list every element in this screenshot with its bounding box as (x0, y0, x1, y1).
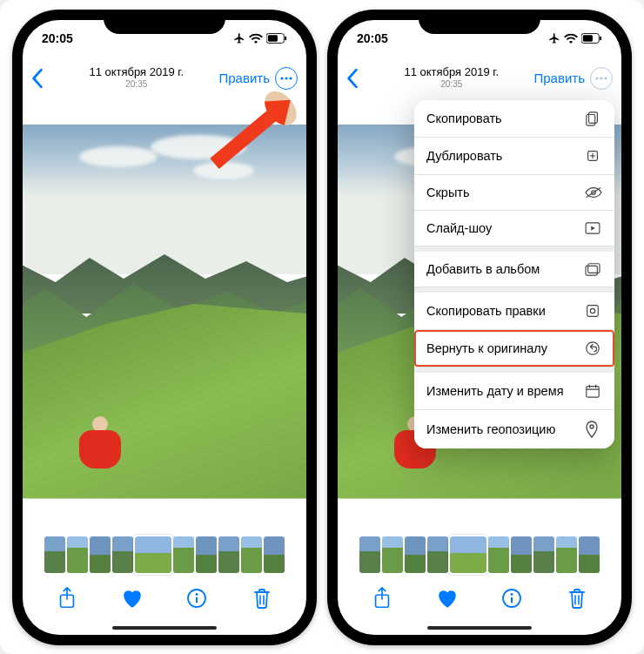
svg-rect-25 (586, 266, 597, 275)
svg-point-5 (289, 77, 292, 79)
svg-rect-26 (588, 263, 600, 273)
nav-title: 11 октября 2019 г. 20:35 (369, 66, 534, 89)
photo-date: 11 октября 2019 г. (54, 66, 219, 79)
share-button[interactable] (54, 585, 80, 611)
favorite-button[interactable] (119, 585, 145, 611)
menu-revert[interactable]: Вернуть к оригиналу (414, 330, 614, 367)
edit-button[interactable]: Править (534, 71, 586, 85)
thumbnail-strip[interactable] (23, 534, 306, 576)
back-button[interactable] (346, 69, 369, 88)
info-button[interactable] (499, 585, 525, 611)
back-button[interactable] (31, 69, 54, 88)
menu-edit-date[interactable]: Изменить дату и время (414, 373, 614, 410)
share-icon (57, 587, 77, 610)
thumbnail[interactable] (533, 536, 554, 573)
menu-hide[interactable]: Скрыть (414, 175, 614, 211)
menu-label: Изменить геопозицию (426, 422, 555, 436)
svg-rect-1 (268, 35, 278, 41)
calendar-icon (585, 383, 602, 399)
copy-edits-icon (585, 303, 602, 319)
trash-icon (567, 587, 587, 610)
thumbnail[interactable] (405, 536, 426, 573)
thumbnail-selected[interactable] (135, 536, 171, 573)
svg-rect-11 (583, 35, 593, 41)
more-button[interactable] (590, 67, 613, 90)
thumbnail[interactable] (218, 536, 239, 573)
svg-rect-30 (587, 386, 599, 397)
menu-label: Вернуть к оригиналу (426, 341, 547, 355)
nav-title: 11 октября 2019 г. 20:35 (54, 66, 219, 89)
airplane-icon (548, 32, 560, 44)
menu-label: Скрыть (426, 185, 470, 199)
home-indicator[interactable] (427, 626, 532, 630)
photo-time: 20:35 (369, 79, 534, 90)
menu-label: Слайд-шоу (426, 221, 492, 235)
status-time: 20:05 (42, 31, 73, 45)
thumbnail[interactable] (67, 536, 88, 573)
battery-icon (266, 33, 287, 44)
nav-bar: 11 октября 2019 г. 20:35 Править (23, 57, 306, 100)
thumbnail-strip[interactable] (338, 534, 621, 576)
phone-right: 20:05 11 октября 2019 г. 20:35 Править (327, 10, 632, 645)
edit-button[interactable]: Править (219, 71, 271, 85)
wifi-icon (564, 33, 578, 44)
airplane-icon (233, 32, 245, 44)
thumbnail[interactable] (511, 536, 532, 573)
thumbnail[interactable] (173, 536, 194, 573)
thumbnail[interactable] (359, 536, 380, 573)
home-indicator[interactable] (112, 626, 217, 630)
menu-copy-edits[interactable]: Скопировать правки (414, 293, 614, 330)
photo-time: 20:35 (54, 79, 219, 90)
delete-button[interactable] (564, 585, 590, 611)
svg-point-15 (604, 77, 607, 79)
svg-point-31 (590, 425, 594, 428)
status-indicators (233, 32, 287, 44)
svg-rect-9 (196, 597, 198, 603)
revert-icon (585, 340, 602, 356)
svg-point-8 (196, 593, 198, 596)
delete-button[interactable] (249, 585, 275, 611)
favorite-button[interactable] (434, 585, 460, 611)
thumbnail-selected[interactable] (450, 536, 486, 573)
svg-point-4 (285, 77, 287, 79)
duplicate-icon (585, 148, 602, 164)
thumbnail[interactable] (241, 536, 262, 573)
photo-viewport[interactable] (23, 125, 306, 499)
phone-left: 20:05 11 октября 2019 г. 20:35 Править (12, 10, 317, 645)
svg-point-28 (590, 308, 594, 313)
thumbnail[interactable] (382, 536, 403, 573)
menu-label: Скопировать правки (426, 304, 546, 318)
heart-icon (436, 588, 459, 609)
wifi-icon (249, 33, 263, 44)
play-icon (585, 222, 602, 234)
notch (419, 10, 540, 34)
thumbnail[interactable] (90, 536, 111, 573)
svg-point-13 (595, 77, 598, 79)
thumbnail[interactable] (556, 536, 577, 573)
location-icon (585, 421, 602, 438)
thumbnail[interactable] (427, 536, 448, 573)
comparison-canvas: 20:05 11 октября 2019 г. 20:35 Править (0, 0, 644, 654)
info-button[interactable] (184, 585, 210, 611)
thumbnail[interactable] (44, 536, 65, 573)
screen-left: 20:05 11 октября 2019 г. 20:35 Править (23, 20, 306, 635)
menu-copy[interactable]: Скопировать (414, 100, 614, 138)
menu-slideshow[interactable]: Слайд-шоу (414, 211, 614, 246)
status-indicators (548, 32, 602, 44)
menu-edit-location[interactable]: Изменить геопозицию (414, 410, 614, 448)
thumbnail[interactable] (112, 536, 133, 573)
thumbnail[interactable] (488, 536, 509, 573)
share-button[interactable] (369, 585, 395, 611)
thumbnail[interactable] (196, 536, 217, 573)
menu-label: Добавить в альбом (426, 262, 540, 276)
info-icon (186, 588, 207, 609)
thumbnail[interactable] (264, 536, 285, 573)
battery-icon (581, 33, 602, 44)
thumbnail[interactable] (579, 536, 600, 573)
menu-duplicate[interactable]: Дублировать (414, 138, 614, 175)
menu-label: Скопировать (426, 111, 502, 125)
svg-rect-21 (587, 114, 595, 125)
menu-add-album[interactable]: Добавить в альбом (414, 252, 614, 287)
ellipsis-icon (280, 77, 292, 80)
more-button[interactable] (275, 67, 298, 90)
